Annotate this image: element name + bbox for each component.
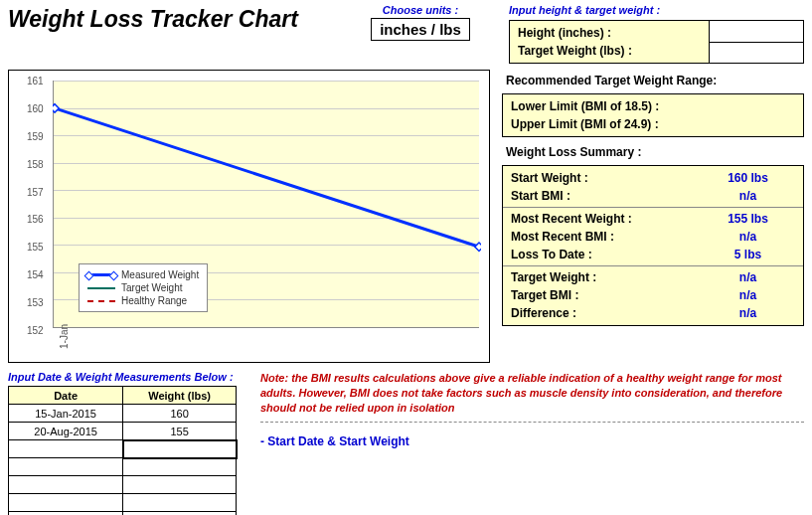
weight-cell[interactable]: 160 xyxy=(123,405,237,423)
ytick: 160 xyxy=(27,102,44,113)
start-bmi-value: n/a xyxy=(701,189,795,203)
table-row xyxy=(9,476,237,494)
ytick: 159 xyxy=(27,130,44,141)
bmi-note: Note: the BMI results calculations above… xyxy=(260,371,804,416)
loss-label: Loss To Date : xyxy=(511,248,701,261)
ytick: 153 xyxy=(27,297,44,308)
weight-cell[interactable] xyxy=(123,512,237,516)
recent-bmi-value: n/a xyxy=(701,230,795,244)
ytick: 156 xyxy=(27,214,44,225)
date-cell[interactable]: 15-Jan-2015 xyxy=(9,405,123,423)
date-cell[interactable] xyxy=(9,440,123,458)
table-row xyxy=(9,494,237,512)
table-row xyxy=(9,512,237,516)
ytick: 158 xyxy=(27,158,44,169)
date-cell[interactable] xyxy=(9,512,123,516)
date-cell[interactable]: 20-Aug-2015 xyxy=(9,423,123,440)
target-weight-label: Target Weight (lbs) : xyxy=(518,44,701,58)
svg-rect-1 xyxy=(53,104,59,112)
col-date: Date xyxy=(9,387,123,405)
target-weight-summary-label: Target Weight : xyxy=(511,270,701,284)
summary-header: Weight Loss Summary : xyxy=(502,141,804,161)
legend-target: Target Weight xyxy=(121,282,183,293)
target-weight-summary-value: n/a xyxy=(701,270,795,284)
difference-value: n/a xyxy=(701,306,795,320)
ytick: 157 xyxy=(27,186,44,197)
weight-cell[interactable] xyxy=(123,476,237,494)
recent-weight-value: 155 lbs xyxy=(701,212,795,226)
height-label: Height (inches) : xyxy=(518,26,701,40)
legend-measured: Measured Weight xyxy=(121,269,199,280)
lower-limit-label: Lower Limit (BMI of 18.5) : xyxy=(511,99,795,113)
range-box: Lower Limit (BMI of 18.5) : Upper Limit … xyxy=(502,93,804,137)
weight-cell[interactable]: 155 xyxy=(123,423,237,440)
upper-limit-label: Upper Limit (BMI of 24.9) : xyxy=(511,117,795,131)
col-weight: Weight (lbs) xyxy=(123,387,237,405)
measurements-table: Date Weight (lbs) 15-Jan-2015160 20-Aug-… xyxy=(8,386,237,515)
target-weight-input[interactable] xyxy=(710,43,803,64)
page-title: Weight Loss Tracker Chart xyxy=(8,4,356,33)
ytick: 154 xyxy=(27,269,44,280)
date-cell[interactable] xyxy=(9,458,123,476)
weight-cell[interactable] xyxy=(123,458,237,476)
recent-weight-label: Most Recent Weight : xyxy=(511,212,701,226)
units-label: Choose units : xyxy=(356,4,485,16)
inputs-header: Input height & target weight : xyxy=(509,4,804,16)
svg-line-0 xyxy=(55,108,479,247)
table-row xyxy=(9,458,237,476)
ytick: 155 xyxy=(27,242,44,253)
weight-cell[interactable] xyxy=(123,440,237,458)
weight-cell[interactable] xyxy=(123,494,237,512)
height-input[interactable] xyxy=(710,21,803,43)
start-weight-label: Start Weight : xyxy=(511,171,701,185)
target-bmi-label: Target BMI : xyxy=(511,288,701,302)
table-row: 20-Aug-2015155 xyxy=(9,423,237,440)
range-header: Recommended Target Weight Range: xyxy=(502,70,804,89)
xtick: 1-Jan xyxy=(59,324,70,349)
chart-legend: Measured Weight Target Weight Healthy Ra… xyxy=(79,263,208,312)
target-bmi-value: n/a xyxy=(701,288,795,302)
date-cell[interactable] xyxy=(9,476,123,494)
start-weight-value: 160 lbs xyxy=(701,171,795,185)
difference-label: Difference : xyxy=(511,306,701,320)
svg-rect-2 xyxy=(475,243,481,251)
height-target-box: Height (inches) : Target Weight (lbs) : xyxy=(509,20,804,64)
input-prompt: Input Date & Weight Measurements Below : xyxy=(8,371,246,383)
loss-value: 5 lbs xyxy=(701,248,795,261)
table-row xyxy=(9,440,237,458)
legend-healthy: Healthy Range xyxy=(121,295,187,306)
recent-bmi-label: Most Recent BMI : xyxy=(511,230,701,244)
start-hint: - Start Date & Start Weight xyxy=(260,434,804,448)
table-row: 15-Jan-2015160 xyxy=(9,405,237,423)
date-cell[interactable] xyxy=(9,494,123,512)
weight-chart: 161 160 159 158 157 156 155 154 153 152 … xyxy=(8,70,490,363)
ytick: 152 xyxy=(27,325,44,336)
units-selector[interactable]: inches / lbs xyxy=(371,18,470,41)
summary-box: Start Weight :160 lbs Start BMI :n/a Mos… xyxy=(502,165,804,326)
ytick: 161 xyxy=(27,76,44,86)
start-bmi-label: Start BMI : xyxy=(511,189,701,203)
